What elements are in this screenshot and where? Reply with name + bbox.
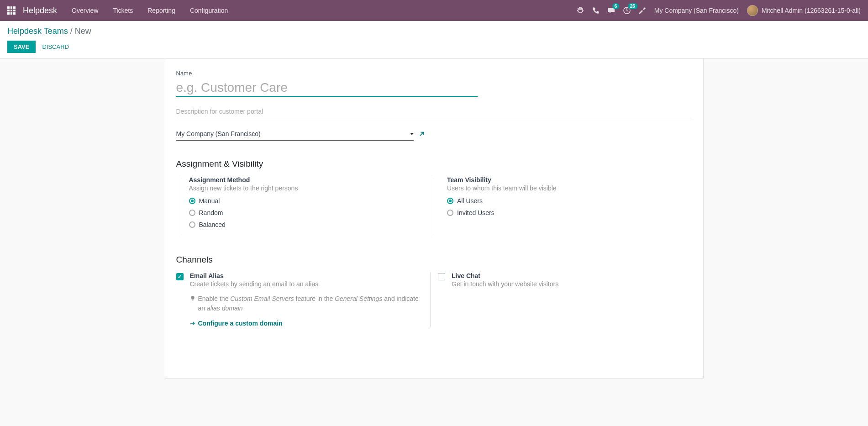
visibility-title: Team Visibility: [447, 176, 692, 184]
bug-icon[interactable]: [577, 7, 584, 14]
email-alias-checkbox[interactable]: [176, 273, 184, 280]
radio-icon: [447, 210, 453, 216]
radio-icon: [447, 198, 453, 204]
company-switcher[interactable]: My Company (San Francisco): [654, 7, 739, 14]
assignment-method-title: Assignment Method: [189, 176, 434, 184]
brand-name[interactable]: Helpdesk: [23, 6, 57, 16]
email-alias-title: Email Alias: [190, 272, 425, 279]
chevron-down-icon: [410, 133, 414, 135]
radio-icon: [189, 221, 195, 228]
radio-random[interactable]: Random: [189, 209, 434, 216]
radio-all-users[interactable]: All Users: [447, 197, 692, 205]
assignment-method-desc: Assign new tickets to the right persons: [189, 184, 434, 192]
phone-icon[interactable]: [592, 7, 600, 14]
company-select[interactable]: My Company (San Francisco): [176, 127, 414, 141]
name-label: Name: [176, 70, 692, 77]
visibility-desc: Users to whom this team will be visible: [447, 184, 692, 192]
configure-domain-link[interactable]: Configure a custom domain: [190, 320, 283, 327]
messages-badge: 6: [612, 3, 620, 9]
avatar: [747, 5, 758, 16]
apps-icon[interactable]: [7, 6, 16, 15]
email-alias-desc: Create tickets by sending an email to an…: [190, 280, 425, 288]
radio-icon: [189, 210, 195, 216]
nav-tickets[interactable]: Tickets: [113, 7, 133, 14]
tools-icon[interactable]: [639, 7, 646, 14]
channels-heading: Channels: [176, 255, 692, 265]
save-button[interactable]: Save: [7, 41, 36, 53]
description-input[interactable]: [176, 104, 692, 118]
nav-overview[interactable]: Overview: [72, 7, 98, 14]
breadcrumb-root[interactable]: Helpdesk Teams: [7, 26, 68, 36]
breadcrumb: Helpdesk Teams / New: [7, 26, 861, 36]
livechat-title: Live Chat: [452, 272, 687, 279]
external-link-icon[interactable]: [418, 131, 425, 137]
livechat-checkbox[interactable]: [438, 273, 445, 280]
discard-button[interactable]: Discard: [37, 41, 74, 53]
livechat-desc: Get in touch with your website visitors: [452, 280, 687, 288]
radio-manual[interactable]: Manual: [189, 197, 434, 205]
assignment-heading: Assignment & Visibility: [176, 159, 692, 169]
user-menu[interactable]: Mitchell Admin (12663261-15-0-all): [747, 5, 861, 16]
control-panel: Helpdesk Teams / New Save Discard: [0, 21, 868, 59]
messages-icon[interactable]: 6: [608, 7, 615, 14]
radio-invited-users[interactable]: Invited Users: [447, 209, 692, 216]
breadcrumb-current: New: [75, 26, 91, 36]
radio-icon: [189, 198, 195, 204]
company-select-value: My Company (San Francisco): [176, 130, 261, 137]
name-input[interactable]: [176, 79, 478, 97]
email-alias-hint: Enable the Custom Email Servers feature …: [190, 294, 425, 313]
lightbulb-icon: [190, 295, 195, 301]
arrow-right-icon: [190, 321, 195, 326]
user-name-label: Mitchell Admin (12663261-15-0-all): [762, 7, 861, 14]
nav-reporting[interactable]: Reporting: [147, 7, 175, 14]
nav-configuration[interactable]: Configuration: [190, 7, 228, 14]
top-navbar: Helpdesk Overview Tickets Reporting Conf…: [0, 0, 868, 21]
radio-balanced[interactable]: Balanced: [189, 221, 434, 228]
form-sheet: Name My Company (San Francisco) Assignme…: [165, 59, 704, 379]
activities-badge: 26: [628, 3, 637, 9]
activities-icon[interactable]: 26: [623, 7, 631, 14]
nav-menu: Overview Tickets Reporting Configuration: [72, 7, 228, 14]
